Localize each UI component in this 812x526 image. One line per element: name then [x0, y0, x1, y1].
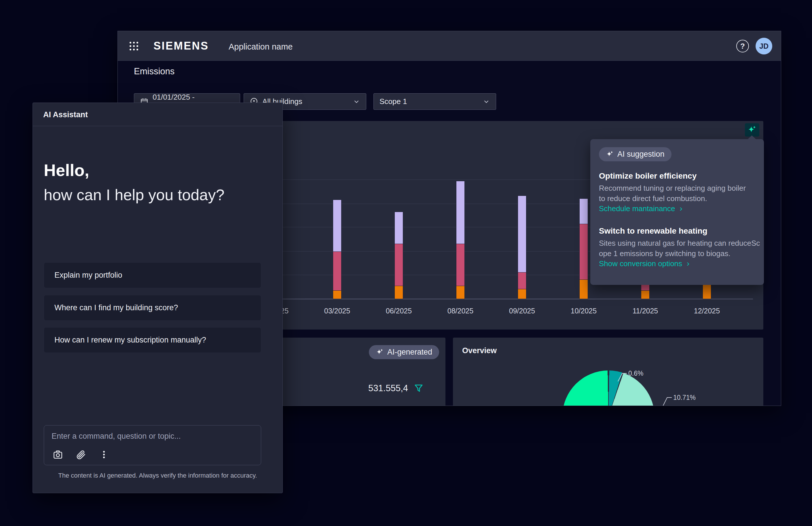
grid-dots-icon	[128, 41, 139, 52]
bar-segment-middle-segment-rose[interactable]	[333, 252, 341, 290]
show-conversion-options-link[interactable]: Show conversion options ›	[599, 259, 689, 268]
bar-segment-bottom-segment-orange[interactable]	[456, 286, 464, 299]
suggestion-button-renew-subscription[interactable]: How can I renew my subscription manually…	[44, 327, 261, 353]
ai-disclaimer: The content is AI generated. Always veri…	[33, 472, 282, 479]
bar-segment-middle-segment-rose[interactable]	[456, 244, 464, 286]
chat-input-box[interactable]: Enter a command, question or topic...	[44, 425, 261, 465]
greeting-bold: Hello,	[44, 160, 89, 180]
chevron-down-icon	[482, 98, 490, 105]
app-launcher-icon[interactable]	[128, 41, 139, 52]
chat-input-placeholder: Enter a command, question or topic...	[52, 432, 181, 441]
greeting-rest: how can I help you today?	[44, 186, 224, 204]
ai-assistant-title: AI Assistant	[43, 110, 88, 119]
ai-suggestion-badge: AI suggestion	[599, 147, 671, 161]
x-tick-label: 10/2025	[561, 307, 607, 315]
bar-segment-top-segment-lavender[interactable]	[333, 200, 341, 252]
camera-icon[interactable]	[53, 450, 63, 460]
schedule-maintenance-link[interactable]: Schedule mantainance ›	[599, 204, 682, 213]
bar-segment-top-segment-lavender[interactable]	[456, 181, 464, 244]
bar-segment-bottom-segment-orange[interactable]	[641, 290, 649, 299]
overview-card: Overview 0.6% 10.71%	[453, 338, 763, 406]
app-title: Application name	[229, 42, 292, 52]
chevron-right-icon: ›	[687, 259, 689, 268]
bar-segment-middle-segment-rose[interactable]	[395, 244, 403, 286]
filter-funnel-icon[interactable]	[414, 383, 423, 393]
x-tick-label: 06/2025	[376, 307, 422, 315]
suggestion-button-portfolio[interactable]: Explain my portfolio	[44, 262, 261, 288]
sparkle-icon	[606, 151, 614, 158]
suggestion-title-1: Optimize boiler efficiency	[599, 171, 697, 181]
scope-dropdown[interactable]: Scope 1	[374, 93, 496, 110]
pie-label-mint: 10.71%	[673, 394, 696, 401]
bar-segment-bottom-segment-orange[interactable]	[518, 289, 526, 299]
suggestion-body-1: Recommend tuning or replacing aging boil…	[599, 183, 746, 204]
bar-segment-bottom-segment-orange[interactable]	[580, 280, 588, 299]
app-header: SIEMENS Application name ? JD	[118, 31, 781, 61]
bar-segment-middle-segment-rose[interactable]	[518, 272, 526, 289]
ai-assistant-panel: AI Assistant Hello, how can I help you t…	[32, 102, 283, 493]
ai-assistant-header: AI Assistant	[33, 103, 282, 126]
suggestion-body-1-line-1: Recommend tuning or replacing aging boil…	[599, 183, 746, 193]
x-tick-label: 12/2025	[684, 307, 730, 315]
schedule-maintenance-link-label: Schedule mantainance	[599, 204, 675, 213]
ai-generated-badge: AI-generated	[369, 345, 439, 359]
kpi-value: 531.555,4	[368, 383, 408, 394]
bar-segment-middle-segment-rose[interactable]	[580, 224, 588, 280]
siemens-logo: SIEMENS	[154, 40, 209, 52]
sparkle-icon	[376, 348, 384, 356]
attachment-icon[interactable]	[76, 450, 86, 460]
bar-segment-top-segment-lavender[interactable]	[580, 199, 588, 224]
scope-value: Scope 1	[379, 97, 407, 106]
help-icon[interactable]: ?	[736, 40, 749, 53]
suggestion-body-2: Sites using natural gas for heating can …	[599, 238, 760, 259]
bar-segment-bottom-segment-orange[interactable]	[395, 286, 403, 299]
kebab-menu-icon[interactable]	[99, 450, 109, 460]
ai-suggestion-badge-label: AI suggestion	[617, 150, 665, 159]
suggestion-button-building-score[interactable]: Where can I find my building score?	[44, 295, 261, 321]
suggestion-body-2-line-1: Sites using natural gas for heating can …	[599, 238, 760, 248]
bar-segment-top-segment-lavender[interactable]	[518, 196, 526, 272]
bar-segment-top-segment-lavender[interactable]	[395, 212, 403, 244]
suggestion-body-2-line-2: ope 1 emissions by switching to biogas.	[599, 248, 760, 259]
bar-segment-bottom-segment-orange[interactable]	[333, 290, 341, 299]
chevron-right-icon: ›	[680, 204, 682, 213]
ai-suggestion-popup: AI suggestion Optimize boiler efficiency…	[590, 139, 764, 285]
x-tick-label: 03/2025	[314, 307, 360, 315]
overview-card-title: Overview	[462, 346, 497, 355]
chevron-down-icon	[353, 98, 360, 105]
page-background: SIEMENS Application name ? JD Emissions …	[0, 0, 812, 526]
show-conversion-options-link-label: Show conversion options	[599, 259, 682, 268]
pie-label-teal: 0.6%	[628, 370, 643, 378]
avatar[interactable]: JD	[756, 38, 772, 55]
x-tick-label: 08/2025	[437, 307, 483, 315]
ai-generated-badge-label: AI-generated	[387, 348, 432, 357]
suggestion-title-2: Switch to renewable heating	[599, 226, 708, 236]
popup-pointer	[748, 136, 756, 139]
suggestion-body-1-line-2: to reduce direct fuel combustion.	[599, 193, 746, 204]
x-tick-label: 11/2025	[622, 307, 668, 315]
page-title: Emissions	[134, 66, 174, 76]
x-tick-label: 09/2025	[499, 307, 545, 315]
